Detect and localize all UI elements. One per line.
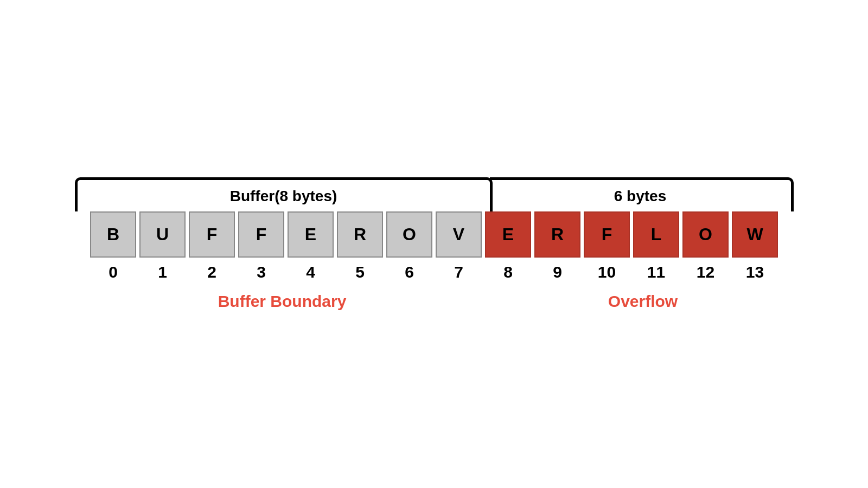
buffer-cell-7: V	[436, 211, 482, 258]
overflow-section-label: 6 bytes	[614, 188, 667, 205]
cells-row: BUFFEROVERFLOW	[90, 211, 778, 258]
index-0: 0	[90, 263, 136, 281]
index-3: 3	[238, 263, 284, 281]
buffer-cell-0: B	[90, 211, 136, 258]
index-4: 4	[288, 263, 334, 281]
index-5: 5	[337, 263, 383, 281]
index-2: 2	[189, 263, 235, 281]
buffer-cell-6: O	[386, 211, 432, 258]
overflow-label: Overflow	[608, 292, 678, 310]
overflow-cell-3: L	[633, 211, 679, 258]
overflow-bracket: 6 bytes	[490, 177, 794, 211]
index-9: 9	[534, 263, 580, 281]
buffer-cell-3: F	[238, 211, 284, 258]
buffer-bracket: Buffer(8 bytes)	[75, 177, 493, 211]
index-1: 1	[139, 263, 186, 281]
overflow-label-area: Overflow	[491, 292, 795, 311]
buffer-cell-1: U	[139, 211, 186, 258]
overflow-cell-5: W	[732, 211, 778, 258]
index-12: 12	[682, 263, 729, 281]
overflow-cell-2: F	[584, 211, 630, 258]
overflow-cell-1: R	[534, 211, 580, 258]
diagram-container: Buffer(8 bytes) 6 bytes BUFFEROVERFLOW 0…	[73, 177, 795, 311]
overflow-cell-0: E	[485, 211, 531, 258]
overflow-cell-4: O	[682, 211, 729, 258]
buffer-label: Buffer(8 bytes)	[230, 188, 337, 205]
brackets-row: Buffer(8 bytes) 6 bytes	[75, 177, 794, 211]
index-10: 10	[584, 263, 630, 281]
buffer-cell-2: F	[189, 211, 235, 258]
index-6: 6	[386, 263, 432, 281]
labels-row: Buffer Boundary Overflow	[73, 292, 795, 311]
index-7: 7	[436, 263, 482, 281]
buffer-cell-5: R	[337, 211, 383, 258]
buffer-boundary-label: Buffer Boundary	[218, 292, 347, 310]
buffer-cell-4: E	[288, 211, 334, 258]
index-11: 11	[633, 263, 679, 281]
indices-row: 012345678910111213	[90, 263, 778, 281]
index-13: 13	[732, 263, 778, 281]
buffer-boundary-area: Buffer Boundary	[73, 292, 491, 311]
index-8: 8	[485, 263, 531, 281]
